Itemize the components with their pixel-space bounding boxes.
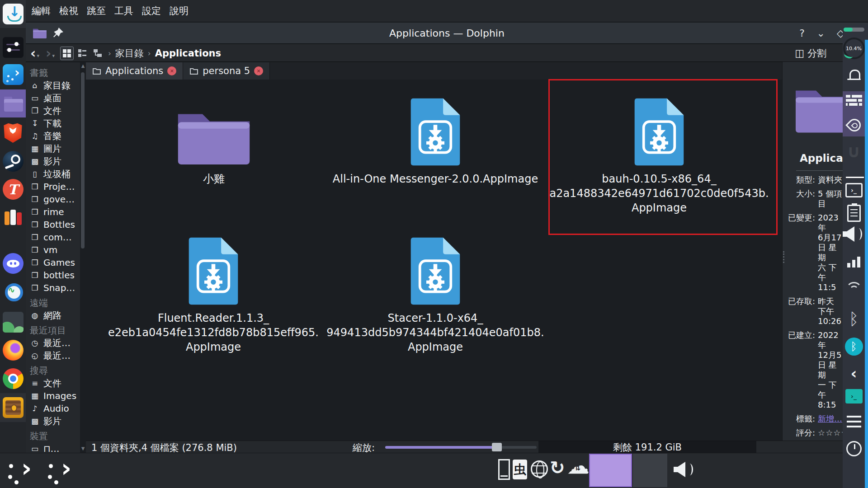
menu-item[interactable]: 編輯 [32, 5, 51, 17]
file-item[interactable]: Fluent.Reader.1.1.3_ e2eb1a0454fe1312fd8… [100, 235, 326, 354]
menu-item[interactable]: 檢視 [59, 5, 78, 17]
help-button[interactable]: ? [799, 23, 805, 43]
flame-icon[interactable] [843, 114, 865, 135]
tree-view-button[interactable] [91, 47, 104, 60]
places-row[interactable]: ≡ 文件 [26, 377, 80, 389]
dock-app-item[interactable] [0, 364, 26, 393]
places-row[interactable]: ❒ rime [26, 206, 80, 218]
scroll-up-arrow[interactable]: ▲ [80, 63, 86, 68]
sync-icon[interactable]: ↻ [550, 457, 565, 478]
dock-app-item[interactable] [0, 202, 26, 230]
breadcrumb-current[interactable]: Applications [155, 48, 221, 59]
dock-app-item[interactable] [0, 118, 26, 146]
places-row[interactable]: ↧ 下載 [26, 117, 80, 130]
info-field-value[interactable]: 2023年 6月17 日 星期 六 下 午11:5 [818, 213, 844, 292]
launcher-icon-1[interactable]: › [5, 457, 33, 486]
dock-app-item[interactable] [0, 33, 26, 61]
scrollbar-thumb[interactable] [81, 72, 85, 249]
file-item[interactable]: Stacer-1.1.0-x64_ 949413dd5b974344bf4214… [322, 235, 548, 354]
dock-app-item[interactable] [0, 249, 26, 277]
clock-widget-icon[interactable] [843, 438, 865, 459]
tab[interactable]: persona 5 ✕ [183, 62, 270, 80]
breadcrumb-home[interactable]: 家目錄 [115, 47, 144, 60]
places-row[interactable]: ◍ 網路 [26, 309, 80, 322]
info-field-value[interactable]: 資料夾 [818, 175, 844, 185]
places-row[interactable]: ❒ bottles [26, 269, 80, 282]
menu-item[interactable]: 說明 [170, 5, 189, 17]
tab[interactable]: Applications ✕ [86, 62, 183, 80]
chart-icon[interactable] [843, 252, 865, 271]
places-row[interactable]: ◷ 最近… [26, 337, 80, 349]
menu-item[interactable]: 工具 [114, 5, 133, 17]
info-field-value[interactable]: 新增… [818, 414, 844, 424]
info-field-value[interactable]: 2022年 12月5 日 星期 一 下 午8:15 [818, 330, 844, 410]
back-button[interactable]: ‹▾ [30, 44, 39, 62]
input-method-icon[interactable]: 虫 [513, 460, 527, 479]
dock-app-item[interactable] [0, 336, 26, 364]
terminal-teal-icon[interactable]: ›_ [843, 386, 865, 406]
file-item[interactable]: 小雞 [132, 96, 295, 186]
menu-item[interactable]: 跳至 [87, 5, 106, 17]
tab-close-button[interactable]: ✕ [167, 66, 176, 75]
launcher-icon-2[interactable]: › [44, 457, 72, 486]
firewall-bricks-icon[interactable] [843, 92, 865, 110]
dock-app-item[interactable] [0, 175, 26, 203]
dock-app-item[interactable] [0, 393, 26, 422]
shade-button[interactable]: ⌄ [817, 23, 825, 43]
dock-app-item[interactable] [0, 89, 26, 117]
dock-app-item[interactable] [0, 60, 26, 89]
info-field-value[interactable]: ☆☆☆☆☆ [818, 428, 844, 438]
bluetooth-active-icon[interactable]: ᛒ [843, 334, 865, 359]
places-row[interactable]: ▭ 桌面 [26, 92, 80, 104]
places-row[interactable]: ♫ 音樂 [26, 130, 80, 142]
dock-app-item[interactable] [0, 0, 26, 28]
volume-icon-dock[interactable] [843, 226, 865, 247]
places-row[interactable]: ❐ 文件 [26, 104, 80, 117]
window-button[interactable] [633, 454, 667, 487]
dock-app-item[interactable] [0, 147, 26, 175]
info-splitter-handle[interactable] [783, 251, 784, 263]
menu-item[interactable]: 設定 [142, 5, 161, 17]
places-row[interactable]: ▩ 影片 [26, 155, 80, 168]
places-row[interactable]: ♪ Audio [26, 402, 80, 415]
collapse-chevron-icon[interactable]: ‹ [843, 363, 865, 384]
zoom-slider-handle[interactable] [492, 443, 502, 451]
network-globe-icon[interactable] [531, 460, 548, 478]
places-row[interactable]: ▯ 垃圾桶 [26, 168, 80, 180]
battery-widget[interactable]: 10.4% [843, 36, 865, 61]
places-row[interactable]: ▦ Images [26, 389, 80, 402]
info-field-value[interactable]: 5 個項 目 [818, 189, 844, 209]
places-row[interactable]: ❒ Bottles [26, 218, 80, 231]
places-row[interactable]: ▭ ⊓… [26, 442, 80, 453]
places-scrollbar[interactable]: ▲ ▼ [80, 63, 86, 451]
menu-burger-icon[interactable] [843, 411, 865, 432]
cloud-sync-icon[interactable]: ☁⇅ [567, 453, 590, 479]
split-view-button[interactable]: ◫ 分割 [795, 44, 826, 62]
places-row[interactable]: ▦ 圖片 [26, 142, 80, 155]
places-row[interactable]: ◵ 最近… [26, 349, 80, 362]
places-row[interactable]: ❒ Games [26, 256, 80, 269]
scroll-down-arrow[interactable]: ▼ [80, 446, 86, 451]
details-view-button[interactable] [75, 47, 89, 60]
clipboard-icon[interactable] [843, 202, 865, 224]
icons-view-button[interactable] [60, 47, 74, 60]
dock-app-item[interactable] [0, 308, 26, 336]
terminal-icon[interactable]: ›_ [843, 181, 865, 200]
dock-app-item[interactable] [0, 278, 26, 306]
places-row[interactable]: ❒ Snap… [26, 282, 80, 294]
forward-button[interactable]: ›▾ [46, 44, 55, 62]
show-desktop-icon[interactable] [498, 459, 510, 480]
places-row[interactable]: ▩ 影片 [26, 415, 80, 427]
places-row[interactable]: ❒ com… [26, 231, 80, 244]
places-row[interactable]: ❒ gove… [26, 193, 80, 206]
places-row[interactable]: ❒ Proje… [26, 180, 80, 193]
dark-u-icon[interactable]: ∪ [843, 140, 865, 163]
places-row[interactable]: ⌂ 家目錄 [26, 79, 80, 92]
info-field-value[interactable]: 昨天 下午 10:26 [818, 296, 844, 326]
wifi-icon[interactable] [843, 278, 865, 300]
file-item[interactable]: All-in-One Messenger-2.0.0.AppImage [322, 96, 548, 186]
places-row[interactable]: ❒ vm [26, 244, 80, 256]
bluetooth-icon[interactable]: ᛒ [843, 307, 865, 330]
notifications-bell-icon[interactable] [843, 64, 865, 87]
active-window-button[interactable] [589, 454, 632, 487]
